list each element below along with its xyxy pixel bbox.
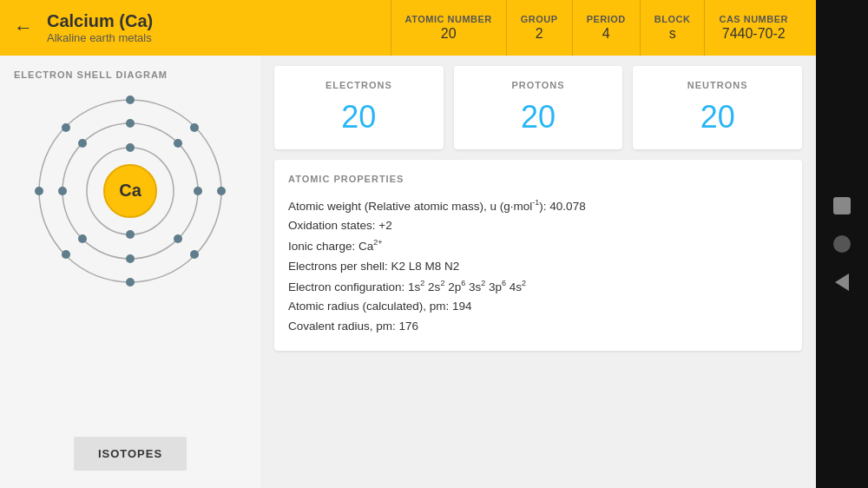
property-covalent-radius: Covalent radius, pm: 176 xyxy=(288,317,788,337)
svg-point-20 xyxy=(62,250,70,259)
stat-atomic-number-value: 20 xyxy=(441,26,457,42)
home-button[interactable] xyxy=(833,235,851,253)
svg-point-9 xyxy=(174,234,182,243)
svg-point-6 xyxy=(126,119,135,128)
protons-card: PROTONS 20 xyxy=(454,66,623,149)
particles-row: ELECTRONS 20 PROTONS 20 NEUTRONS 20 xyxy=(274,66,802,149)
stat-group-label: GROUP xyxy=(521,14,558,24)
header-stats: ATOMIC NUMBER 20 GROUP 2 PERIOD 4 BLOCK … xyxy=(391,0,802,56)
stat-block: BLOCK s xyxy=(640,0,705,56)
property-atomic-radius: Atomic radius (calculated), pm: 194 xyxy=(288,297,788,317)
electron-shell-diagram: Ca xyxy=(35,96,226,287)
diagram-label: ELECTRON SHELL DIAGRAM xyxy=(14,69,168,80)
svg-text:Ca: Ca xyxy=(119,181,141,200)
svg-point-17 xyxy=(217,187,226,195)
svg-point-12 xyxy=(58,187,67,195)
isotopes-button[interactable]: ISOTOPES xyxy=(74,437,187,471)
property-oxidation-states: Oxidation states: +2 xyxy=(288,216,788,236)
right-panel: ELECTRONS 20 PROTONS 20 NEUTRONS 20 ATOM… xyxy=(260,56,816,488)
svg-point-4 xyxy=(126,230,135,239)
stat-cas-number: CAS NUMBER 7440-70-2 xyxy=(704,0,802,56)
svg-point-11 xyxy=(78,234,87,243)
phone-chrome xyxy=(816,0,868,488)
svg-point-22 xyxy=(62,123,70,132)
neutrons-label: NEUTRONS xyxy=(687,80,748,90)
left-panel: ELECTRON SHELL DIAGRAM Ca xyxy=(0,56,260,488)
svg-point-19 xyxy=(126,278,135,287)
electrons-card: ELECTRONS 20 xyxy=(274,66,444,149)
stat-cas-number-label: CAS NUMBER xyxy=(719,14,788,24)
main-content: ← Calcium (Ca) Alkaline earth metals ATO… xyxy=(0,0,816,488)
stat-atomic-number: ATOMIC NUMBER 20 xyxy=(391,0,506,56)
element-category: Alkaline earth metals xyxy=(47,31,153,44)
neutrons-value: 20 xyxy=(700,99,735,135)
back-button[interactable]: ← xyxy=(14,16,33,39)
properties-title: ATOMIC PROPERTIES xyxy=(288,174,788,184)
stat-atomic-number-label: ATOMIC NUMBER xyxy=(405,14,492,24)
header-title: Calcium (Ca) Alkaline earth metals xyxy=(47,11,153,44)
stat-period: PERIOD 4 xyxy=(572,0,640,56)
neutrons-card: NEUTRONS 20 xyxy=(633,66,802,149)
svg-point-16 xyxy=(190,123,199,132)
svg-point-21 xyxy=(35,187,43,195)
properties-card: ATOMIC PROPERTIES Atomic weight (Relativ… xyxy=(274,160,802,351)
recent-apps-button[interactable] xyxy=(833,197,851,214)
stat-block-label: BLOCK xyxy=(654,14,691,24)
electrons-value: 20 xyxy=(341,99,376,135)
svg-point-10 xyxy=(126,254,135,263)
property-electrons-per-shell: Electrons per shell: K2 L8 M8 N2 xyxy=(288,257,788,277)
back-hardware-button[interactable] xyxy=(835,274,849,291)
property-ionic-charge: Ionic charge: Ca2+ xyxy=(288,236,788,256)
stat-cas-number-value: 7440-70-2 xyxy=(722,26,786,42)
svg-point-8 xyxy=(194,187,202,195)
element-name: Calcium (Ca) xyxy=(47,11,153,31)
stat-group-value: 2 xyxy=(536,26,543,42)
body-area: ELECTRON SHELL DIAGRAM Ca xyxy=(0,56,816,488)
property-electron-config: Electron configuration: 1s2 2s2 2p6 3s2 … xyxy=(288,277,788,297)
electrons-label: ELECTRONS xyxy=(326,80,392,90)
protons-value: 20 xyxy=(521,99,556,135)
svg-point-13 xyxy=(78,139,87,148)
stat-block-value: s xyxy=(669,26,676,42)
svg-point-18 xyxy=(190,250,199,259)
stat-period-label: PERIOD xyxy=(587,14,626,24)
property-atomic-weight: Atomic weight (Relative atomic mass), u … xyxy=(288,196,788,216)
svg-point-3 xyxy=(126,143,135,152)
header: ← Calcium (Ca) Alkaline earth metals ATO… xyxy=(0,0,816,56)
svg-point-15 xyxy=(126,96,135,104)
stat-group: GROUP 2 xyxy=(506,0,572,56)
protons-label: PROTONS xyxy=(511,80,564,90)
stat-period-value: 4 xyxy=(602,26,610,42)
svg-point-7 xyxy=(174,139,182,148)
